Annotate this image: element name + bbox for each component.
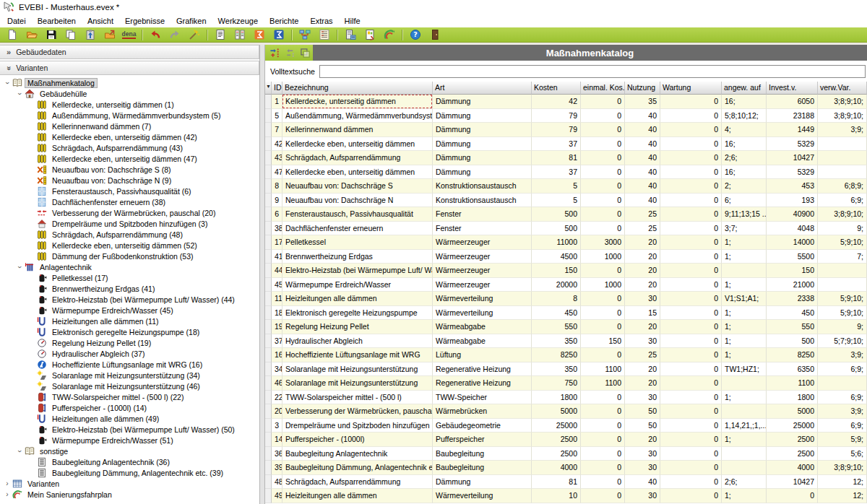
- cell-kosten[interactable]: 11000: [532, 235, 581, 250]
- cell-art[interactable]: Dämmung: [433, 475, 532, 490]
- cell-einmal_kosten[interactable]: 0: [581, 123, 625, 137]
- filter-arrow-icon[interactable]: ▼: [265, 82, 272, 95]
- cell-nutzung[interactable]: 40: [625, 179, 660, 194]
- cell-nutzung[interactable]: 40: [625, 109, 660, 123]
- cell-einmal_kosten[interactable]: 0: [581, 151, 625, 165]
- cell-kosten[interactable]: 20000: [532, 278, 581, 292]
- cell-nutzung[interactable]: 35: [625, 95, 660, 109]
- cell-bezeichnung[interactable]: Pufferspeicher - (1000l): [282, 433, 433, 447]
- tree-item[interactable]: ›Maßnahmenkatalog: [0, 77, 259, 88]
- cell-kosten[interactable]: 500: [532, 222, 581, 236]
- cell-wartung[interactable]: 0: [660, 489, 722, 503]
- cell-verw_var[interactable]: 6;9;: [818, 362, 867, 377]
- wizard-button[interactable]: [184, 28, 204, 42]
- cell-einmal_kosten[interactable]: 0: [581, 475, 625, 490]
- row-selector[interactable]: [265, 376, 272, 391]
- column-header-bezeichnung[interactable]: Bezeichnung: [282, 82, 433, 95]
- cell-id[interactable]: 37: [272, 334, 282, 349]
- cell-einmal_kosten[interactable]: 0: [581, 137, 625, 152]
- tree-item[interactable]: Wärmepumpe Erdreich/Wasser (45): [0, 305, 259, 316]
- cell-art[interactable]: Regenerative Heizung: [433, 376, 532, 391]
- cell-nutzung[interactable]: 40: [625, 475, 660, 490]
- cell-invest_v[interactable]: 0: [767, 489, 818, 503]
- cell-nutzung[interactable]: 25: [625, 222, 660, 236]
- cell-kosten[interactable]: 81: [532, 475, 581, 490]
- cell-id[interactable]: 20: [272, 404, 282, 419]
- cell-invest_v[interactable]: 10427: [767, 475, 818, 490]
- cell-kosten[interactable]: 2500: [532, 447, 581, 461]
- tree-item[interactable]: ›Varianten: [0, 478, 259, 489]
- cell-invest_v[interactable]: 2500: [767, 447, 818, 461]
- tree-item[interactable]: Dachflächenfenster erneuern (38): [0, 196, 259, 207]
- cell-einmal_kosten[interactable]: 0: [581, 391, 625, 405]
- cell-id[interactable]: 3: [272, 419, 282, 433]
- cell-verw_var[interactable]: 6;9;: [818, 419, 867, 433]
- cell-invest_v[interactable]: 25000: [767, 419, 818, 433]
- cell-einmal_kosten[interactable]: 0: [581, 222, 625, 236]
- cell-verw_var[interactable]: 3;9;: [818, 348, 867, 362]
- cell-art[interactable]: Regenerative Heizung: [433, 362, 532, 377]
- flowchart-button[interactable]: [295, 28, 314, 42]
- row-selector[interactable]: [265, 334, 272, 349]
- tree-item[interactable]: Brennwertheizung Erdgas (41): [0, 283, 259, 294]
- cell-angew_auf[interactable]: [722, 264, 767, 278]
- panel-header-gebaeudedaten[interactable]: » Gebäudedaten: [0, 45, 259, 59]
- cell-kosten[interactable]: 750: [532, 376, 581, 391]
- cell-kosten[interactable]: 4000: [532, 461, 581, 475]
- cell-angew_auf[interactable]: 2;: [722, 179, 767, 194]
- cell-angew_auf[interactable]: 2;6;: [722, 151, 767, 165]
- expand-chevron-icon[interactable]: ›: [3, 479, 12, 488]
- exit-button[interactable]: [425, 28, 444, 42]
- cell-wartung[interactable]: 0: [660, 475, 722, 490]
- tree-item[interactable]: Schrägdach, Aufsparrendämmung (48): [0, 229, 259, 240]
- row-selector[interactable]: [265, 109, 272, 123]
- column-header-id[interactable]: ID: [272, 82, 282, 95]
- cell-angew_auf[interactable]: 1;: [722, 334, 767, 349]
- tree-item[interactable]: ›sonstige: [0, 446, 259, 456]
- cell-art[interactable]: Wärmeverteilung: [433, 292, 532, 306]
- report-button[interactable]: [210, 28, 230, 42]
- cell-nutzung[interactable]: 30: [625, 461, 660, 475]
- cell-kosten[interactable]: 350: [532, 362, 581, 377]
- cell-id[interactable]: 17: [272, 235, 282, 250]
- cell-nutzung[interactable]: 50: [625, 404, 660, 419]
- row-selector[interactable]: [265, 475, 272, 490]
- row-selector[interactable]: [265, 123, 272, 137]
- cell-invest_v[interactable]: 40900: [767, 207, 818, 222]
- cell-wartung[interactable]: 0: [660, 362, 722, 377]
- row-selector[interactable]: [265, 264, 272, 278]
- menu-berichte[interactable]: Berichte: [264, 16, 304, 26]
- expand-chevron-icon[interactable]: ›: [3, 490, 12, 499]
- tree-item[interactable]: Kellerdecke eben, unterseitig dämmen (52…: [0, 240, 259, 251]
- cell-verw_var[interactable]: [818, 137, 867, 152]
- cell-kosten[interactable]: 8250: [532, 348, 581, 362]
- row-selector[interactable]: [265, 362, 272, 377]
- cell-angew_auf[interactable]: 4;: [722, 123, 767, 137]
- cell-art[interactable]: Wärmebrücken: [433, 404, 532, 419]
- cell-invest_v[interactable]: 14000: [767, 235, 818, 250]
- row-selector[interactable]: [265, 461, 272, 475]
- cell-bezeichnung[interactable]: TWW-Solarspeicher mittel - (500 l): [282, 391, 433, 405]
- cell-wartung[interactable]: 0: [660, 123, 722, 137]
- cell-verw_var[interactable]: 6;9;: [818, 391, 867, 405]
- cell-invest_v[interactable]: 1100: [767, 376, 818, 391]
- cell-einmal_kosten[interactable]: 150: [581, 334, 625, 349]
- cell-nutzung[interactable]: 30: [625, 292, 660, 306]
- cell-art[interactable]: Dämmung: [433, 151, 532, 165]
- cell-verw_var[interactable]: 5;9;: [818, 433, 867, 447]
- column-header-invest_v[interactable]: Invest.v.: [767, 82, 818, 95]
- tree-item[interactable]: Hydraulischer Abgleich (37): [0, 348, 259, 359]
- cell-art[interactable]: Fenster: [433, 207, 532, 222]
- cell-art[interactable]: Dämmung: [433, 95, 532, 109]
- tree-item[interactable]: Kellerdecke eben, unterseitig dämmen (42…: [0, 131, 259, 142]
- cell-bezeichnung[interactable]: Außendämmung, Wärmedämmverbundsystem: [282, 109, 433, 123]
- cell-einmal_kosten[interactable]: 0: [581, 165, 625, 180]
- cell-wartung[interactable]: 0: [660, 250, 722, 264]
- cell-invest_v[interactable]: 450: [767, 306, 818, 321]
- cell-kosten[interactable]: 37: [532, 137, 581, 152]
- tree-item[interactable]: Elektro-Heizstab (bei Wärmepumpe Luft/ W…: [0, 424, 259, 435]
- cell-angew_auf[interactable]: 2;6;: [722, 475, 767, 490]
- cell-einmal_kosten[interactable]: 0: [581, 109, 625, 123]
- cell-wartung[interactable]: 0: [660, 376, 722, 391]
- cell-bezeichnung[interactable]: Elektronisch geregelte Heizungspumpe: [282, 306, 433, 321]
